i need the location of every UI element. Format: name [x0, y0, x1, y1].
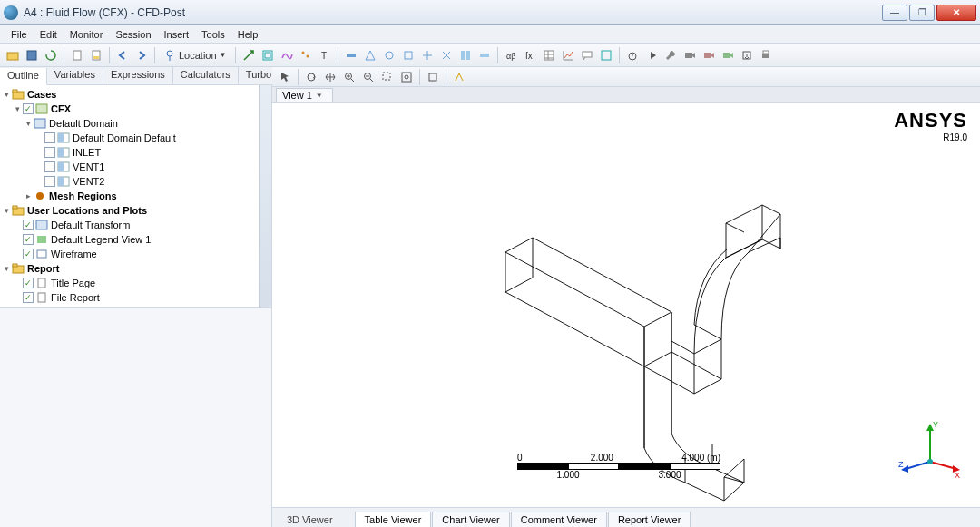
- undo-icon[interactable]: [113, 46, 132, 64]
- maximize-button[interactable]: ❐: [909, 5, 935, 21]
- scrollbar[interactable]: [259, 85, 271, 307]
- particle-icon[interactable]: [297, 46, 315, 64]
- annot-icon[interactable]: [597, 46, 615, 64]
- tree-node[interactable]: ▾User Locations and Plots: [0, 203, 271, 218]
- boundary-icon: [57, 147, 70, 158]
- tab-calculators[interactable]: Calculators: [173, 67, 239, 84]
- tree-checkbox[interactable]: [23, 103, 34, 114]
- viewport-3d[interactable]: ANSYS R19.0 0 2.000 4.000 (m) 1.000 3.: [272, 103, 980, 507]
- zoom-in-icon[interactable]: [340, 68, 358, 86]
- tool-g-icon[interactable]: [456, 46, 475, 64]
- tree-twisty-icon[interactable]: ▾: [24, 119, 34, 128]
- tree-node[interactable]: ▾Default Domain: [0, 116, 271, 131]
- highlight-icon[interactable]: [450, 68, 468, 86]
- tool-d-icon[interactable]: [399, 46, 417, 64]
- tree-node[interactable]: Default Domain Default: [0, 131, 271, 145]
- reload-icon[interactable]: [42, 46, 60, 64]
- pointer-icon[interactable]: [276, 68, 294, 86]
- menu-edit[interactable]: Edit: [34, 27, 63, 42]
- zoom-box-icon[interactable]: [378, 68, 397, 86]
- tab-outline[interactable]: Outline: [0, 68, 47, 85]
- tree-checkbox[interactable]: [23, 220, 34, 230]
- table-icon[interactable]: [540, 46, 558, 64]
- open-icon[interactable]: [4, 46, 22, 64]
- print-icon[interactable]: [757, 46, 775, 64]
- vector-icon[interactable]: [240, 46, 258, 64]
- tree-checkbox[interactable]: [23, 292, 34, 303]
- outline-tree[interactable]: ▾Cases▾CFX▾Default DomainDefault Domain …: [0, 85, 271, 307]
- tree-twisty-icon[interactable]: ▾: [2, 206, 12, 215]
- tool-h-icon[interactable]: [475, 46, 494, 64]
- var-icon[interactable]: αβ: [502, 46, 520, 64]
- timer-icon[interactable]: [623, 46, 642, 64]
- doc-icon[interactable]: [68, 46, 86, 64]
- menu-monitor[interactable]: Monitor: [64, 27, 109, 42]
- tree-twisty-icon[interactable]: ▾: [2, 90, 12, 99]
- brand-watermark: ANSYS R19.0: [894, 109, 967, 142]
- close-button[interactable]: ✕: [936, 5, 976, 21]
- axis-triad[interactable]: Y X Z: [898, 418, 962, 482]
- tree-node[interactable]: Title Page: [0, 276, 271, 290]
- tree-node[interactable]: ▸Mesh Regions: [0, 189, 271, 203]
- tool-e-icon[interactable]: [418, 46, 436, 64]
- export-icon[interactable]: [738, 46, 756, 64]
- tree-twisty-icon[interactable]: ▾: [13, 104, 23, 113]
- tree-twisty-icon[interactable]: ▾: [2, 264, 12, 273]
- menu-file[interactable]: File: [5, 27, 33, 42]
- tree-node[interactable]: VENT1: [0, 160, 271, 174]
- tree-node[interactable]: ▾CFX: [0, 102, 271, 116]
- minimize-button[interactable]: —: [882, 5, 907, 21]
- redo-icon[interactable]: [132, 46, 151, 64]
- tool-a-icon[interactable]: [342, 46, 360, 64]
- tree-node-label: File Report: [51, 292, 100, 303]
- tree-node[interactable]: ▾Cases: [0, 87, 271, 102]
- report-icon: [35, 278, 48, 288]
- tree-checkbox[interactable]: [23, 278, 34, 288]
- cam3-icon[interactable]: [719, 46, 737, 64]
- tree-checkbox[interactable]: [23, 249, 34, 259]
- tree-node[interactable]: File Report: [0, 290, 271, 305]
- tool-c-icon[interactable]: [380, 46, 398, 64]
- tree-twisty-icon[interactable]: ▸: [24, 191, 34, 200]
- text-icon[interactable]: T: [316, 46, 334, 64]
- tab-variables[interactable]: Variables: [47, 67, 103, 84]
- tree-checkbox[interactable]: [44, 132, 55, 143]
- menu-help[interactable]: Help: [232, 27, 264, 42]
- contour-icon[interactable]: [259, 46, 277, 64]
- tab-expressions[interactable]: Expressions: [103, 67, 173, 84]
- menu-session[interactable]: Session: [110, 27, 156, 42]
- tree-checkbox[interactable]: [44, 161, 55, 172]
- tree-node[interactable]: Default Legend View 1: [0, 232, 271, 247]
- play-start-icon[interactable]: [642, 46, 661, 64]
- save-icon[interactable]: [23, 46, 41, 64]
- tree-checkbox[interactable]: [44, 176, 55, 187]
- streamline-icon[interactable]: [278, 46, 296, 64]
- select-icon[interactable]: [424, 68, 442, 86]
- wrench-icon[interactable]: [662, 46, 680, 64]
- tree-node[interactable]: Default Transform: [0, 218, 271, 232]
- tree-node-label: Mesh Regions: [49, 190, 117, 201]
- comment-icon[interactable]: [578, 46, 596, 64]
- tree-node[interactable]: ▾Report: [0, 261, 271, 276]
- tree-checkbox[interactable]: [44, 147, 55, 158]
- tree-node[interactable]: VENT2: [0, 174, 271, 189]
- tree-node-label: Default Transform: [51, 220, 130, 230]
- doc2-icon[interactable]: [87, 46, 105, 64]
- rotate-icon[interactable]: [302, 68, 320, 86]
- menu-tools[interactable]: Tools: [196, 27, 230, 42]
- location-dropdown[interactable]: Location ▼: [159, 46, 231, 64]
- tree-node[interactable]: INLET: [0, 145, 271, 160]
- cam2-icon[interactable]: [700, 46, 718, 64]
- expr-icon[interactable]: fx: [521, 46, 539, 64]
- fit-icon[interactable]: [397, 68, 416, 86]
- tree-checkbox[interactable]: [23, 234, 34, 245]
- cam1-icon[interactable]: [681, 46, 699, 64]
- chart-icon[interactable]: [559, 46, 577, 64]
- tree-node[interactable]: Wireframe: [0, 247, 271, 261]
- tool-b-icon[interactable]: [361, 46, 379, 64]
- view-tab[interactable]: View 1 ▼: [276, 88, 333, 102]
- menu-insert[interactable]: Insert: [159, 27, 195, 42]
- pan-icon[interactable]: [321, 68, 339, 86]
- zoom-out-icon[interactable]: [359, 68, 377, 86]
- tool-f-icon[interactable]: [437, 46, 456, 64]
